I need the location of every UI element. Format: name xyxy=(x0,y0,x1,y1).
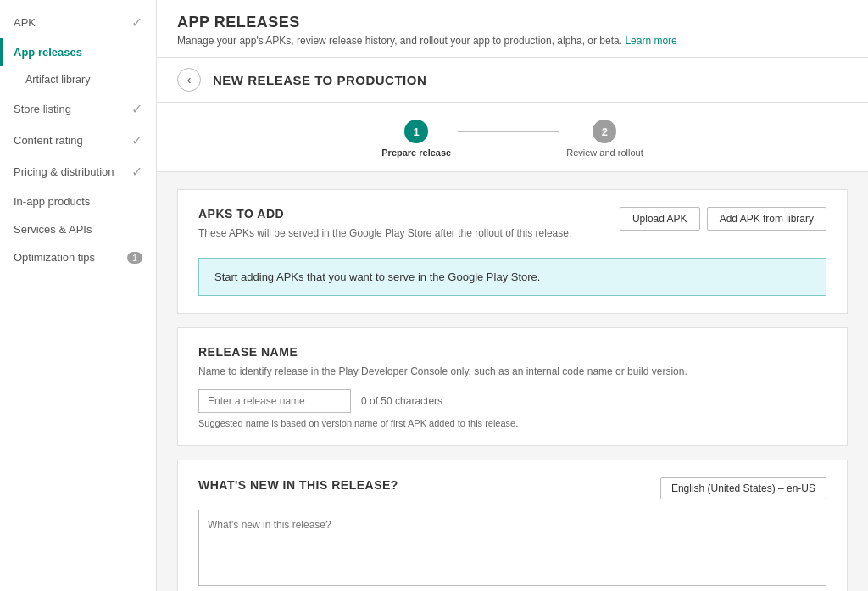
release-name-section: RELEASE NAME Name to identify release in… xyxy=(177,327,848,446)
apks-desc: These APKs will be served in the Google … xyxy=(198,227,571,239)
sidebar-item-in-app-products[interactable]: In-app products xyxy=(0,187,156,215)
sidebar-item-label: In-app products xyxy=(14,195,90,208)
upload-apk-button[interactable]: Upload APK xyxy=(620,207,700,231)
sidebar-item-store-listing[interactable]: Store listing✓ xyxy=(0,93,156,125)
sidebar-item-label: APK xyxy=(14,16,36,29)
release-name-suggestion: Suggested name is based on version name … xyxy=(198,418,826,428)
sidebar-item-artifact-library[interactable]: Artifact library xyxy=(0,66,156,93)
step-2-label: Review and rollout xyxy=(566,148,643,158)
sidebar-item-app-releases[interactable]: App releases xyxy=(0,38,156,66)
step-2: 2 Review and rollout xyxy=(566,120,643,158)
release-header: ‹ NEW RELEASE TO PRODUCTION xyxy=(157,58,868,103)
sidebar-item-optimization-tips[interactable]: Optimization tips1 xyxy=(0,243,156,271)
check-icon: ✓ xyxy=(131,14,142,31)
stepper: 1 Prepare release 2 Review and rollout xyxy=(157,103,868,172)
sidebar-item-label: Services & APIs xyxy=(14,223,92,236)
sidebar-item-services-apis[interactable]: Services & APIs xyxy=(0,215,156,243)
sidebar-item-apk[interactable]: APK✓ xyxy=(0,7,156,38)
apk-info-box: Start adding APKs that you want to serve… xyxy=(198,258,826,296)
release-title: NEW RELEASE TO PRODUCTION xyxy=(213,73,426,87)
release-name-input[interactable] xyxy=(198,389,351,413)
whats-new-textarea[interactable] xyxy=(198,510,826,586)
check-icon: ✓ xyxy=(131,132,142,148)
release-name-title: RELEASE NAME xyxy=(198,345,826,359)
page-title: APP RELEASES xyxy=(177,14,848,31)
sidebar-item-label: Content rating xyxy=(14,134,83,147)
release-name-desc: Name to identify release in the Play Dev… xyxy=(198,365,826,377)
step-connector xyxy=(458,131,559,132)
main-content: APP RELEASES Manage your app's APKs, rev… xyxy=(157,0,868,591)
sidebar-item-label: Optimization tips xyxy=(14,251,95,264)
sidebar-item-label: App releases xyxy=(14,46,82,59)
sidebar-item-label: Store listing xyxy=(14,103,71,115)
sidebar: APK✓App releasesArtifact libraryStore li… xyxy=(0,0,157,591)
sidebar-item-content-rating[interactable]: Content rating✓ xyxy=(0,125,156,156)
back-button[interactable]: ‹ xyxy=(177,68,201,92)
step-1: 1 Prepare release xyxy=(381,120,451,158)
release-name-row: 0 of 50 characters xyxy=(198,389,826,413)
sidebar-item-label: Pricing & distribution xyxy=(14,165,114,178)
step-2-circle: 2 xyxy=(593,120,616,143)
learn-more-link[interactable]: Learn more xyxy=(625,35,676,47)
sidebar-item-pricing-distribution[interactable]: Pricing & distribution✓ xyxy=(0,156,156,187)
sidebar-badge: 1 xyxy=(127,252,142,264)
apks-section: APKS TO ADD These APKs will be served in… xyxy=(177,189,848,314)
apks-title: APKS TO ADD xyxy=(198,207,571,220)
sidebar-item-label: Artifact library xyxy=(25,74,90,86)
whats-new-header: WHAT'S NEW IN THIS RELEASE? English (Uni… xyxy=(198,477,826,499)
whats-new-section: WHAT'S NEW IN THIS RELEASE? English (Uni… xyxy=(177,460,848,591)
page-header: APP RELEASES Manage your app's APKs, rev… xyxy=(157,0,868,58)
whats-new-title: WHAT'S NEW IN THIS RELEASE? xyxy=(198,478,398,492)
check-icon: ✓ xyxy=(131,101,142,117)
release-name-char-count: 0 of 50 characters xyxy=(361,395,442,407)
page-subtitle: Manage your app's APKs, review release h… xyxy=(177,35,848,47)
content-area: APKS TO ADD These APKs will be served in… xyxy=(157,172,868,591)
step-1-label: Prepare release xyxy=(381,148,451,158)
step-1-circle: 1 xyxy=(404,120,428,143)
check-icon: ✓ xyxy=(131,164,142,180)
add-apk-library-button[interactable]: Add APK from library xyxy=(707,207,826,231)
language-button[interactable]: English (United States) – en-US xyxy=(660,477,826,499)
